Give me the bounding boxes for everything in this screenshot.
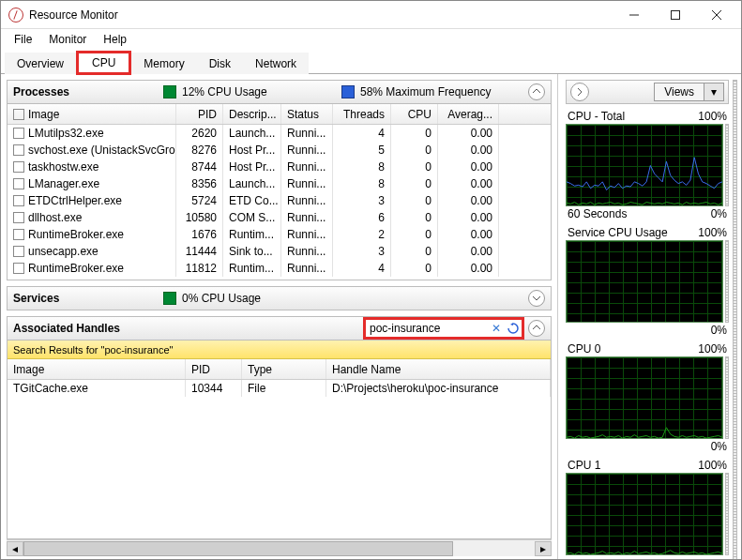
col-cpu[interactable]: CPU — [391, 104, 438, 124]
chart-nav-icon[interactable] — [570, 83, 589, 101]
services-cpu-spark-icon — [163, 292, 176, 305]
table-row[interactable]: LManager.exe 8356 Launch... Runni... 8 0… — [8, 175, 551, 192]
menu-help[interactable]: Help — [96, 31, 134, 48]
handles-search-box: ✕ — [363, 317, 524, 340]
chevron-down-icon: ▾ — [704, 83, 723, 100]
right-pane-toolbar: Views ▾ — [566, 80, 729, 104]
chart-foot-right: 0% — [711, 207, 727, 220]
col-pid[interactable]: PID — [176, 104, 223, 124]
collapse-processes-icon[interactable] — [528, 83, 545, 100]
chart-title: CPU 0 — [568, 342, 600, 356]
table-row[interactable]: svchost.exe (UnistackSvcGro... 8276 Host… — [8, 142, 551, 159]
table-row[interactable]: TGitCache.exe 10344 File D:\Projects\her… — [8, 380, 551, 397]
chart-foot-left: 60 Seconds — [568, 207, 627, 220]
select-all-checkbox[interactable] — [13, 109, 24, 120]
chart-scale-icon — [725, 473, 729, 555]
scroll-left-icon[interactable]: ◂ — [7, 541, 23, 556]
tab-disk[interactable]: Disk — [197, 53, 243, 74]
col-average[interactable]: Averag... — [438, 104, 499, 124]
handles-title: Associated Handles — [13, 322, 201, 335]
tabbar: Overview CPU Memory Disk Network — [1, 50, 741, 74]
chart-canvas — [566, 240, 723, 323]
col-description[interactable]: Descrip... — [223, 104, 281, 124]
table-row[interactable]: dllhost.exe 10580 COM S... Runni... 6 0 … — [8, 209, 551, 226]
chart-max: 100% — [698, 110, 727, 123]
tab-network[interactable]: Network — [243, 53, 309, 74]
cpu-usage-spark-icon — [163, 85, 176, 98]
chart-title: CPU 1 — [568, 459, 600, 472]
handles-grid: Search Results for "poc-insurance" Image… — [7, 341, 552, 539]
chart-max: 100% — [698, 226, 727, 239]
row-checkbox[interactable] — [13, 229, 24, 240]
titlebar: Resource Monitor — [1, 1, 741, 29]
horizontal-scrollbar[interactable]: ◂ ▸ — [7, 539, 552, 556]
col-threads[interactable]: Threads — [333, 104, 391, 124]
row-checkbox[interactable] — [13, 246, 24, 257]
chart-block: CPU - Total100% 60 Seconds0% — [566, 110, 729, 220]
tab-overview[interactable]: Overview — [5, 53, 76, 74]
services-header[interactable]: Services 0% CPU Usage — [7, 286, 552, 310]
scroll-thumb[interactable] — [23, 541, 453, 556]
minimize-button[interactable] — [613, 2, 655, 28]
window-title: Resource Monitor — [29, 8, 613, 22]
table-row[interactable]: taskhostw.exe 8744 Host Pr... Runni... 8… — [8, 159, 551, 175]
chart-scale-icon — [725, 124, 729, 206]
chart-canvas — [566, 356, 723, 439]
left-pane: Processes 12% CPU Usage 58% Maximum Freq… — [1, 74, 558, 560]
chart-canvas — [566, 473, 723, 555]
table-row[interactable]: LMutilps32.exe 2620 Launch... Runni... 4… — [8, 125, 551, 142]
hcol-handle-name[interactable]: Handle Name — [326, 359, 551, 379]
collapse-handles-icon[interactable] — [528, 320, 545, 337]
svg-rect-1 — [672, 10, 680, 19]
col-status[interactable]: Status — [281, 104, 333, 124]
table-row[interactable]: RuntimeBroker.exe 11812 Runtim... Runni.… — [8, 260, 551, 277]
chart-canvas — [566, 124, 723, 206]
cpu-usage-text: 12% CPU Usage — [182, 85, 267, 98]
handles-search-input[interactable] — [366, 322, 488, 335]
scroll-right-icon[interactable]: ▸ — [535, 541, 552, 556]
hcol-type[interactable]: Type — [242, 359, 326, 379]
row-checkbox[interactable] — [13, 263, 24, 274]
row-checkbox[interactable] — [13, 161, 24, 173]
menu-monitor[interactable]: Monitor — [41, 31, 94, 48]
row-checkbox[interactable] — [13, 144, 24, 156]
row-checkbox[interactable] — [13, 178, 24, 189]
chart-foot-right: 0% — [711, 324, 727, 337]
handles-grid-header: Image PID Type Handle Name — [8, 359, 551, 380]
col-image[interactable]: Image — [8, 104, 176, 124]
maximize-button[interactable] — [655, 2, 696, 28]
hcol-image[interactable]: Image — [8, 359, 186, 379]
search-results-bar: Search Results for "poc-insurance" — [8, 341, 551, 359]
table-row[interactable]: unsecapp.exe 11444 Sink to... Runni... 3… — [8, 243, 551, 260]
clear-search-icon[interactable]: ✕ — [488, 320, 505, 337]
refresh-search-icon[interactable] — [505, 320, 522, 337]
row-checkbox[interactable] — [13, 195, 24, 206]
max-freq-text: 58% Maximum Frequency — [360, 85, 491, 98]
table-row[interactable]: ETDCtrlHelper.exe 5724 ETD Co... Runni..… — [8, 192, 551, 209]
tab-cpu[interactable]: CPU — [76, 51, 131, 75]
chart-block: CPU 1100% — [566, 459, 729, 556]
views-dropdown[interactable]: Views ▾ — [654, 83, 724, 101]
app-icon — [8, 8, 23, 23]
chart-foot-right: 0% — [711, 440, 727, 453]
services-cpu-text: 0% CPU Usage — [182, 292, 261, 305]
services-title: Services — [13, 292, 154, 305]
chart-title: CPU - Total — [568, 110, 625, 123]
processes-grid-header: Image PID Descrip... Status Threads CPU … — [8, 104, 551, 125]
row-checkbox[interactable] — [13, 212, 24, 223]
chart-title: Service CPU Usage — [568, 226, 668, 239]
tab-memory[interactable]: Memory — [131, 53, 196, 74]
expand-services-icon[interactable] — [528, 290, 545, 307]
chart-max: 100% — [698, 459, 727, 472]
close-button[interactable] — [696, 2, 737, 28]
hcol-pid[interactable]: PID — [186, 359, 242, 379]
chart-max: 100% — [698, 342, 727, 356]
row-checkbox[interactable] — [13, 128, 24, 139]
menubar: File Monitor Help — [1, 29, 741, 50]
vertical-scrollbar[interactable] — [733, 80, 737, 560]
handles-header[interactable]: Associated Handles ✕ — [7, 316, 552, 341]
chart-block: Service CPU Usage100% 0% — [566, 226, 729, 337]
menu-file[interactable]: File — [7, 31, 39, 48]
processes-header[interactable]: Processes 12% CPU Usage 58% Maximum Freq… — [7, 80, 552, 104]
table-row[interactable]: RuntimeBroker.exe 1676 Runtim... Runni..… — [8, 226, 551, 243]
